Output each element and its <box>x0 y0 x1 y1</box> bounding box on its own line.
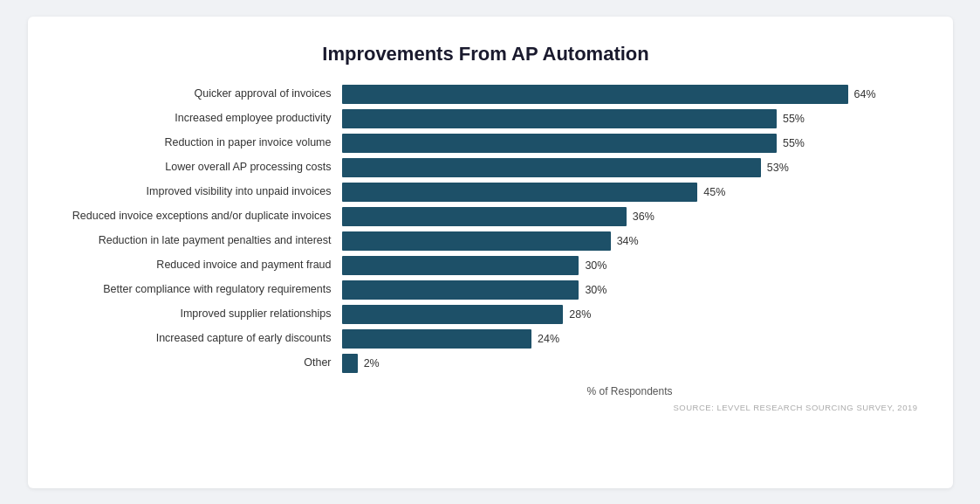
bar-value: 55% <box>783 113 805 125</box>
bar-value: 30% <box>585 259 607 272</box>
bar-value: 36% <box>633 211 654 223</box>
bar-value: 2% <box>364 357 380 369</box>
bar-track: 2% <box>342 354 918 373</box>
bar-row: Increased employee productivity55% <box>54 109 918 128</box>
bar-row: Improved supplier relationships28% <box>54 305 918 324</box>
bar-label: Other <box>54 356 342 369</box>
bar-fill <box>342 280 579 300</box>
bar-fill <box>342 183 698 202</box>
bar-row: Reduction in late payment penalties and … <box>54 231 918 251</box>
bar-value: 64% <box>854 88 876 100</box>
bar-row: Lower overall AP processing costs53% <box>54 158 918 177</box>
bar-row: Better compliance with regulatory requir… <box>54 280 918 300</box>
bar-track: 30% <box>342 256 918 275</box>
source-label: SOURCE: LEVVEL RESEARCH SOURCING SURVEY,… <box>54 403 918 412</box>
bar-value: 53% <box>767 162 789 174</box>
bar-label: Improved supplier relationships <box>54 307 342 321</box>
bar-fill <box>342 231 611 251</box>
bar-fill <box>342 109 777 128</box>
bar-track: 36% <box>342 207 918 226</box>
bar-value: 28% <box>569 308 591 321</box>
bar-fill <box>342 305 564 324</box>
bar-label: Lower overall AP processing costs <box>54 160 342 174</box>
bar-fill <box>342 158 761 177</box>
bar-label: Reduction in paper invoice volume <box>54 135 342 149</box>
bar-fill <box>342 329 532 349</box>
bar-track: 55% <box>342 109 918 128</box>
bar-track: 45% <box>342 183 918 202</box>
bar-track: 30% <box>342 280 918 300</box>
chart-container: Improvements From AP Automation Quicker … <box>28 17 953 488</box>
bar-value: 30% <box>585 284 607 296</box>
bar-value: 24% <box>538 333 559 345</box>
bar-track: 53% <box>342 158 918 177</box>
bar-label: Reduction in late payment penalties and … <box>54 233 342 247</box>
bar-track: 34% <box>342 231 918 251</box>
bar-value: 45% <box>703 186 725 198</box>
bar-row: Quicker approval of invoices64% <box>54 85 918 104</box>
bar-row: Other2% <box>54 354 918 373</box>
bar-label: Increased employee productivity <box>54 111 342 125</box>
bar-value: 34% <box>617 235 639 247</box>
bar-label: Increased capture of early discounts <box>54 331 342 345</box>
chart-title: Improvements From AP Automation <box>54 43 918 66</box>
bar-track: 28% <box>342 305 918 324</box>
bar-track: 64% <box>342 85 918 104</box>
bar-row: Reduction in paper invoice volume55% <box>54 134 918 153</box>
bar-row: Reduced invoice exceptions and/or duplic… <box>54 207 918 226</box>
bar-fill <box>342 354 358 373</box>
bar-fill <box>342 134 777 153</box>
chart-area: Quicker approval of invoices64%Increased… <box>54 85 918 378</box>
bar-row: Increased capture of early discounts24% <box>54 329 918 349</box>
bar-label: Better compliance with regulatory requir… <box>54 282 342 296</box>
bar-row: Reduced invoice and payment fraud30% <box>54 256 918 275</box>
bar-track: 24% <box>342 329 918 349</box>
bar-fill <box>342 85 848 104</box>
bar-label: Quicker approval of invoices <box>54 86 342 100</box>
x-axis-label: % of Respondents <box>342 385 918 397</box>
bar-fill <box>342 256 579 275</box>
bar-track: 55% <box>342 134 918 153</box>
bar-label: Reduced invoice and payment fraud <box>54 258 342 272</box>
bar-value: 55% <box>783 137 805 149</box>
bar-label: Improved visibility into unpaid invoices <box>54 184 342 198</box>
bar-fill <box>342 207 627 226</box>
bar-row: Improved visibility into unpaid invoices… <box>54 183 918 202</box>
bar-label: Reduced invoice exceptions and/or duplic… <box>54 209 342 223</box>
